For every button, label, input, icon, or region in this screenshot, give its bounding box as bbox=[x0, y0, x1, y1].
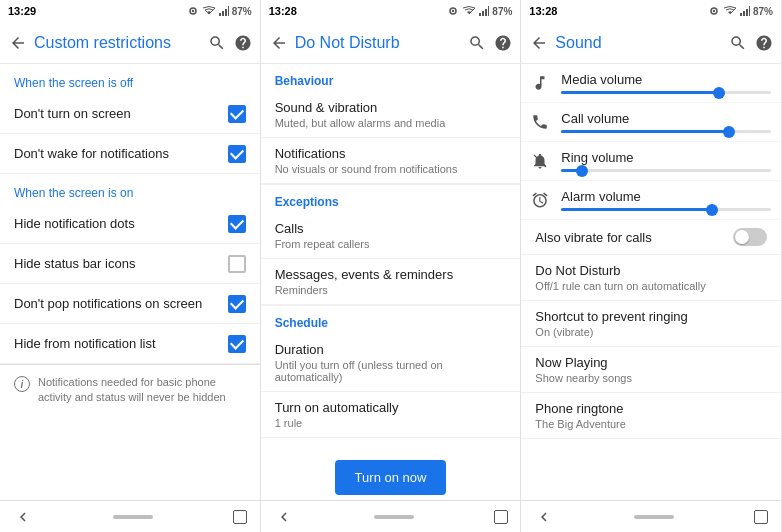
info-icon-panel1: i bbox=[14, 376, 30, 392]
nav-back-panel2[interactable] bbox=[274, 507, 294, 527]
nav-home-panel3[interactable] bbox=[634, 515, 674, 519]
setting-row-now-playing[interactable]: Now Playing Show nearby songs bbox=[521, 347, 781, 393]
battery-text-panel1: 87% bbox=[232, 6, 252, 17]
section-header-exceptions: Exceptions bbox=[261, 184, 521, 213]
nav-back-panel1[interactable] bbox=[13, 507, 33, 527]
ringtone-setting-text: Phone ringtone The Big Adventure bbox=[535, 401, 626, 430]
media-volume-thumb bbox=[713, 87, 725, 99]
help-button-panel2[interactable] bbox=[494, 34, 512, 52]
nav-home-panel2[interactable] bbox=[374, 515, 414, 519]
nav-home-panel1[interactable] bbox=[113, 515, 153, 519]
app-bar-actions-panel3 bbox=[729, 34, 773, 52]
call-volume-content: Call volume bbox=[561, 111, 771, 133]
checkbox-dont-turn-on[interactable] bbox=[228, 105, 246, 123]
ring-volume-content: Ring volume bbox=[561, 150, 771, 172]
alarm-volume-content: Alarm volume bbox=[561, 189, 771, 211]
alarm-volume-fill bbox=[561, 208, 712, 211]
back-arrow-icon bbox=[9, 34, 27, 52]
call-volume-thumb bbox=[723, 126, 735, 138]
status-icons-panel2: 87% bbox=[447, 6, 512, 17]
media-volume-icon bbox=[531, 74, 553, 92]
nav-back-panel3[interactable] bbox=[534, 507, 554, 527]
media-volume-content: Media volume bbox=[561, 72, 771, 94]
list-item-duration[interactable]: Duration Until you turn off (unless turn… bbox=[261, 334, 521, 392]
checkbox-hide-list[interactable] bbox=[228, 335, 246, 353]
item-label-dont-pop: Don't pop notifications on screen bbox=[14, 296, 202, 311]
wifi-icon bbox=[202, 6, 216, 16]
list-item-messages[interactable]: Messages, events & reminders Reminders bbox=[261, 259, 521, 305]
section-header-screen-off: When the screen is off bbox=[0, 64, 260, 94]
list-item-dont-turn-on[interactable]: Don't turn on screen bbox=[0, 94, 260, 134]
list-item-hide-list[interactable]: Hide from notification list bbox=[0, 324, 260, 364]
toggle-thumb-vibrate bbox=[735, 230, 749, 244]
nav-recents-panel1[interactable] bbox=[233, 510, 247, 524]
list-item-hide-dots[interactable]: Hide notification dots bbox=[0, 204, 260, 244]
time-panel2: 13:28 bbox=[269, 5, 297, 17]
app-bar-panel1: Custom restrictions bbox=[0, 22, 260, 64]
setting-row-shortcut[interactable]: Shortcut to prevent ringing On (vibrate) bbox=[521, 301, 781, 347]
panel-custom-restrictions: 13:29 87% Cust bbox=[0, 0, 261, 532]
ringtone-sub: The Big Adventure bbox=[535, 418, 626, 430]
svg-rect-4 bbox=[225, 9, 227, 16]
turn-on-now-button[interactable]: Turn on now bbox=[335, 460, 447, 495]
list-item-notifications[interactable]: Notifications No visuals or sound from n… bbox=[261, 138, 521, 184]
back-button-panel1[interactable] bbox=[8, 33, 28, 53]
checkbox-hide-status[interactable] bbox=[228, 255, 246, 273]
list-item-sound-vibration[interactable]: Sound & vibration Muted, but allow alarm… bbox=[261, 92, 521, 138]
call-volume-slider[interactable] bbox=[561, 130, 771, 133]
duration-sub: Until you turn off (unless turned on aut… bbox=[275, 359, 507, 383]
call-volume-label: Call volume bbox=[561, 111, 771, 126]
dnd-label: Do Not Disturb bbox=[535, 263, 705, 278]
page-title-panel1: Custom restrictions bbox=[34, 34, 208, 52]
alarm-volume-slider[interactable] bbox=[561, 208, 771, 211]
setting-row-dnd[interactable]: Do Not Disturb Off/1 rule can turn on au… bbox=[521, 255, 781, 301]
list-item-turn-on-auto[interactable]: Turn on automatically 1 rule bbox=[261, 392, 521, 438]
help-button-panel1[interactable] bbox=[234, 34, 252, 52]
shortcut-setting-text: Shortcut to prevent ringing On (vibrate) bbox=[535, 309, 687, 338]
ring-volume-slider[interactable] bbox=[561, 169, 771, 172]
nav-recents-panel3[interactable] bbox=[754, 510, 768, 524]
messages-text: Messages, events & reminders Reminders bbox=[275, 267, 507, 296]
help-button-panel3[interactable] bbox=[755, 34, 773, 52]
calls-sub: From repeat callers bbox=[275, 238, 507, 250]
checkbox-hide-dots[interactable] bbox=[228, 215, 246, 233]
status-icons-panel3: 87% bbox=[708, 6, 773, 17]
search-button-panel1[interactable] bbox=[208, 34, 226, 52]
checkbox-dont-pop[interactable] bbox=[228, 295, 246, 313]
setting-row-vibrate-calls[interactable]: Also vibrate for calls bbox=[521, 220, 781, 255]
search-icon-panel1 bbox=[208, 34, 226, 52]
time-panel1: 13:29 bbox=[8, 5, 36, 17]
alarm-volume-thumb bbox=[706, 204, 718, 216]
search-button-panel3[interactable] bbox=[729, 34, 747, 52]
turn-on-auto-title: Turn on automatically bbox=[275, 400, 507, 415]
list-item-calls[interactable]: Calls From repeat callers bbox=[261, 213, 521, 259]
status-bar-panel2: 13:28 87% bbox=[261, 0, 521, 22]
messages-sub: Reminders bbox=[275, 284, 507, 296]
shortcut-label: Shortcut to prevent ringing bbox=[535, 309, 687, 324]
calls-title: Calls bbox=[275, 221, 507, 236]
nav-recents-panel2[interactable] bbox=[494, 510, 508, 524]
item-label-hide-status: Hide status bar icons bbox=[14, 256, 135, 271]
back-button-panel2[interactable] bbox=[269, 33, 289, 53]
setting-row-ringtone[interactable]: Phone ringtone The Big Adventure bbox=[521, 393, 781, 439]
page-title-panel2: Do Not Disturb bbox=[295, 34, 469, 52]
sound-vibration-title: Sound & vibration bbox=[275, 100, 507, 115]
bottom-nav-panel3 bbox=[521, 500, 781, 532]
list-item-hide-status[interactable]: Hide status bar icons bbox=[0, 244, 260, 284]
media-volume-slider[interactable] bbox=[561, 91, 771, 94]
panel-sound: 13:28 87% Soun bbox=[521, 0, 782, 532]
list-item-dont-pop[interactable]: Don't pop notifications on screen bbox=[0, 284, 260, 324]
back-button-panel3[interactable] bbox=[529, 33, 549, 53]
now-playing-label: Now Playing bbox=[535, 355, 632, 370]
search-button-panel2[interactable] bbox=[468, 34, 486, 52]
checkbox-dont-wake[interactable] bbox=[228, 145, 246, 163]
notifications-sub: No visuals or sound from notifications bbox=[275, 163, 507, 175]
item-label-dont-wake: Don't wake for notifications bbox=[14, 146, 169, 161]
vibrate-calls-toggle[interactable] bbox=[733, 228, 767, 246]
list-item-dont-wake[interactable]: Don't wake for notifications bbox=[0, 134, 260, 174]
help-icon-p2 bbox=[494, 34, 512, 52]
battery-text-panel2: 87% bbox=[492, 6, 512, 17]
app-bar-actions-panel2 bbox=[468, 34, 512, 52]
page-title-panel3: Sound bbox=[555, 34, 729, 52]
item-label-hide-dots: Hide notification dots bbox=[14, 216, 135, 231]
